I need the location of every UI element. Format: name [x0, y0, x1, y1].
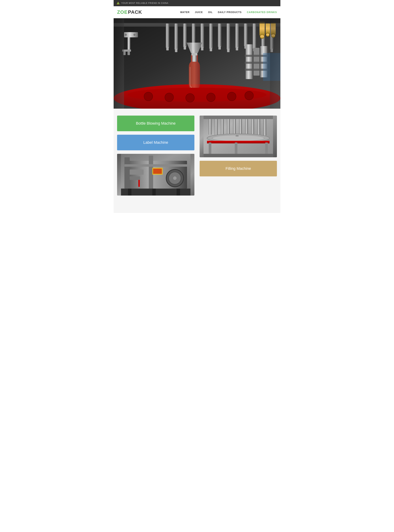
svg-rect-39: [218, 46, 221, 50]
svg-marker-1: [117, 2, 119, 4]
bottle-blowing-button[interactable]: Bottle Blowing Machine: [117, 115, 194, 131]
svg-rect-85: [209, 119, 212, 135]
svg-rect-69: [124, 164, 189, 167]
brand-icon: [116, 1, 120, 5]
nav-item-water[interactable]: WATER: [180, 11, 190, 14]
svg-point-7: [186, 94, 194, 102]
label-machine-image: [117, 154, 194, 196]
logo-pack: PACK: [128, 9, 142, 15]
svg-rect-40: [227, 49, 229, 52]
svg-rect-47: [266, 23, 270, 34]
svg-rect-90: [239, 119, 242, 136]
svg-rect-87: [221, 119, 224, 134]
svg-rect-62: [114, 18, 124, 109]
filling-machine-svg: one: [200, 115, 277, 157]
svg-rect-37: [201, 47, 203, 50]
label-machine-button[interactable]: Label Machine: [117, 135, 194, 150]
nav-item-juice[interactable]: JUICE: [195, 11, 203, 14]
bottom-spacer: [114, 203, 280, 213]
svg-rect-53: [192, 53, 197, 55]
svg-rect-30: [253, 23, 256, 49]
svg-rect-29: [244, 23, 247, 46]
svg-rect-89: [233, 119, 236, 135]
main-nav: WATER JUICE OIL DAILY PRODUCTS CARBONATE…: [180, 11, 277, 14]
svg-rect-67: [124, 157, 130, 192]
logo-zoe: ZOE: [117, 9, 128, 15]
svg-rect-92: [251, 119, 254, 135]
svg-rect-33: [166, 47, 169, 50]
svg-rect-97: [207, 141, 270, 143]
svg-rect-38: [210, 48, 212, 51]
svg-text:one: one: [236, 135, 239, 137]
svg-rect-27: [227, 23, 230, 50]
logo[interactable]: ZOE PACK: [117, 9, 142, 15]
svg-rect-79: [128, 188, 131, 196]
svg-point-18: [125, 34, 127, 36]
svg-rect-81: [177, 188, 180, 196]
svg-rect-25: [209, 23, 213, 49]
svg-rect-91: [245, 119, 248, 134]
svg-point-72: [173, 176, 177, 180]
svg-rect-17: [128, 52, 130, 55]
svg-rect-63: [270, 18, 280, 109]
svg-rect-86: [215, 119, 218, 136]
svg-rect-77: [153, 169, 162, 174]
svg-rect-74: [130, 169, 144, 175]
content-section: Bottle Blowing Machine Label Machine: [114, 109, 280, 203]
svg-point-49: [260, 34, 264, 39]
svg-rect-46: [259, 22, 265, 36]
svg-rect-41: [236, 47, 238, 50]
svg-point-9: [227, 92, 236, 101]
filling-machine-image: one: [200, 115, 277, 157]
svg-rect-28: [235, 23, 239, 48]
svg-rect-14: [128, 37, 130, 51]
hero-banner: [114, 18, 280, 109]
content-grid: Bottle Blowing Machine Label Machine: [117, 115, 277, 196]
top-bar: YOUR MOST RELIABLE FRIEND IN CHINA: [114, 0, 280, 6]
svg-point-10: [245, 91, 254, 100]
svg-rect-93: [257, 119, 260, 135]
svg-rect-20: [166, 23, 169, 48]
svg-rect-26: [218, 23, 221, 47]
svg-rect-88: [227, 119, 230, 136]
nav-item-daily-products[interactable]: DAILY PRODUCTS: [218, 11, 242, 14]
right-column: one Filling Machine: [200, 115, 277, 176]
svg-point-6: [165, 93, 174, 102]
svg-point-50: [266, 33, 270, 37]
svg-rect-35: [184, 46, 186, 50]
label-machine-svg: [117, 154, 194, 196]
svg-rect-21: [174, 23, 178, 50]
svg-rect-94: [264, 119, 266, 136]
svg-rect-34: [175, 49, 177, 52]
hero-machine-svg: [114, 18, 280, 109]
svg-rect-75: [130, 176, 140, 180]
svg-rect-68: [149, 156, 153, 194]
svg-point-5: [144, 92, 153, 101]
nav-item-carbonated-drinks[interactable]: CARBONATED DRINKS: [247, 11, 277, 14]
svg-rect-22: [183, 23, 187, 47]
header: ZOE PACK WATER JUICE OIL DAILY PRODUCTS …: [114, 6, 280, 18]
svg-rect-101: [204, 154, 273, 157]
svg-rect-61: [114, 18, 280, 23]
svg-point-8: [207, 93, 215, 102]
left-column: Bottle Blowing Machine Label Machine: [117, 115, 194, 196]
top-bar-tagline: YOUR MOST RELIABLE FRIEND IN CHINA: [121, 2, 168, 4]
svg-point-19: [134, 34, 135, 36]
filling-machine-button[interactable]: Filling Machine: [200, 161, 277, 176]
svg-rect-80: [152, 188, 156, 196]
nav-item-oil[interactable]: OIL: [208, 11, 213, 14]
svg-rect-84: [204, 115, 273, 119]
